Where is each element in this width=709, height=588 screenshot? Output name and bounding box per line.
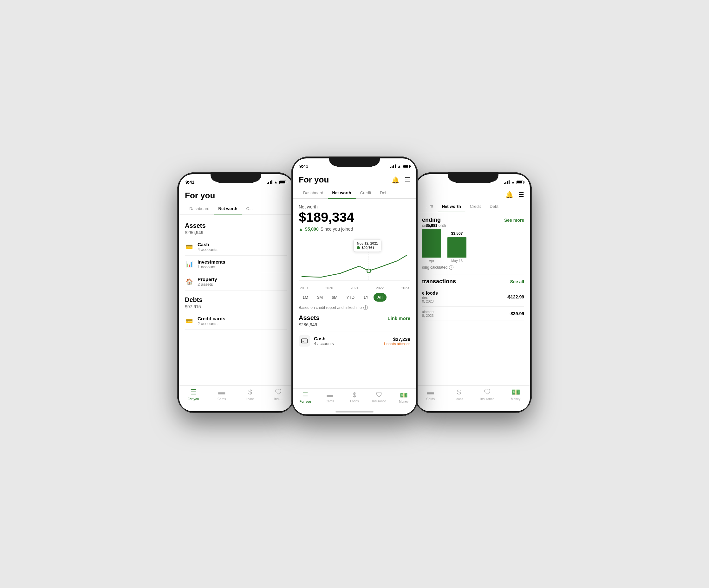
right-tab-networth[interactable]: Net worth bbox=[438, 201, 466, 212]
center-nav-money[interactable]: 💵 Money bbox=[391, 391, 416, 403]
center-assets-title: Assets bbox=[299, 314, 320, 321]
center-nav-foryou-label: For you bbox=[299, 400, 311, 403]
left-header: For you bbox=[179, 188, 293, 204]
center-bell-icon[interactable]: 🔔 bbox=[392, 176, 399, 184]
right-nav-loans-label: Loans bbox=[455, 397, 463, 401]
left-creditcard-item[interactable]: 💳 Credit cards 2 accounts bbox=[185, 312, 287, 330]
left-investments-info: Investments 1 account bbox=[198, 259, 226, 269]
left-nav-foryou-icon: ☰ bbox=[190, 388, 196, 396]
left-cash-item[interactable]: 💳 Cash 4 accounts bbox=[185, 238, 287, 256]
right-trans-item-1[interactable]: e foods ries0, 2023 -$122.99 bbox=[422, 287, 524, 307]
center-cash-info: Cash 4 accounts bbox=[314, 336, 380, 346]
center-nav-cards[interactable]: ▬ Cards bbox=[318, 391, 342, 403]
tr-1m[interactable]: 1M bbox=[299, 293, 312, 302]
center-app-title: For you bbox=[299, 175, 329, 185]
left-property-item[interactable]: 🏠 Property 2 assets bbox=[185, 273, 287, 290]
axis-2023: 2023 bbox=[401, 286, 409, 290]
center-nav-foryou[interactable]: ☰ For you bbox=[293, 391, 318, 403]
right-nav-loans-icon: $ bbox=[457, 388, 461, 396]
center-assets-link[interactable]: Link more bbox=[388, 315, 410, 321]
center-nav-loans[interactable]: $ Loans bbox=[342, 391, 367, 403]
right-bar-may-value: $3,507 bbox=[451, 231, 463, 236]
center-tabs[interactable]: Dashboard Net worth Credit Debt bbox=[293, 188, 416, 199]
right-tabs[interactable]: ...rd Net worth Credit Debt bbox=[416, 201, 530, 212]
center-cash-name: Cash bbox=[314, 336, 380, 341]
right-nav-insurance[interactable]: 🛡 Insurance bbox=[473, 388, 502, 401]
left-tabs[interactable]: Dashboard Net worth C... bbox=[179, 204, 293, 215]
right-bell-icon[interactable]: 🔔 bbox=[505, 191, 514, 198]
right-nav-cards-icon: ▬ bbox=[427, 388, 434, 396]
center-content: Net worth $189,334 ▲ $5,000 Since you jo… bbox=[293, 199, 416, 351]
tr-1y[interactable]: 1Y bbox=[360, 293, 372, 302]
center-tab-credit[interactable]: Credit bbox=[356, 188, 376, 198]
center-tab-networth[interactable]: Net worth bbox=[328, 188, 356, 198]
center-header-icons: 🔔 ☰ bbox=[392, 176, 410, 184]
right-trans-1-name: e foods bbox=[422, 290, 438, 296]
center-chart: Nov 12, 2021 $99,761 bbox=[299, 236, 410, 290]
left-cash-sub: 4 accounts bbox=[198, 247, 217, 252]
right-nav-insurance-icon: 🛡 bbox=[484, 388, 491, 396]
phone-back-left: 9:41 ▲ For you Dashboard Net worth C... bbox=[177, 172, 294, 413]
left-investments-sub: 1 account bbox=[198, 264, 226, 269]
center-tab-debt[interactable]: Debt bbox=[375, 188, 393, 198]
center-cash-item[interactable]: Cash 4 accounts $27,238 1 needs attentio… bbox=[299, 331, 410, 351]
center-status-icons: ▲ bbox=[390, 164, 410, 169]
center-nw-change-since: Since you joined bbox=[321, 226, 353, 231]
right-nav-cards[interactable]: ▬ Cards bbox=[416, 388, 445, 401]
axis-2020: 2020 bbox=[325, 286, 333, 290]
center-nw-value: $189,334 bbox=[299, 211, 410, 224]
right-tab-credit[interactable]: Credit bbox=[466, 201, 485, 212]
left-nav-cards[interactable]: ▬ Cards bbox=[208, 388, 236, 401]
right-trans-1-info: e foods ries0, 2023 bbox=[422, 290, 438, 303]
right-spending-link[interactable]: See more bbox=[504, 218, 524, 223]
tr-all[interactable]: All bbox=[373, 293, 387, 302]
right-divider bbox=[422, 274, 524, 274]
right-status-icons: ▲ bbox=[504, 180, 524, 185]
left-tab-c[interactable]: C... bbox=[242, 204, 257, 214]
credit-info-icon: i bbox=[363, 305, 368, 310]
center-nav-insurance[interactable]: 🛡 Insurance bbox=[367, 391, 392, 403]
left-tab-dashboard[interactable]: Dashboard bbox=[185, 204, 214, 214]
right-transactions: transactions See all e foods ries0, 2023… bbox=[422, 278, 524, 321]
left-nav-foryou-label: For you bbox=[187, 397, 199, 401]
center-cash-icon bbox=[299, 335, 310, 346]
credit-info-text: Based on credit report and linked info bbox=[299, 305, 362, 310]
right-nav-money[interactable]: 💵 Money bbox=[502, 388, 530, 401]
center-nav-foryou-icon: ☰ bbox=[303, 391, 308, 399]
left-assets-total: $286,949 bbox=[185, 230, 287, 235]
left-nav-insu[interactable]: 🛡 Insu... bbox=[264, 388, 293, 401]
center-cash-right: $27,238 1 needs attention bbox=[384, 336, 410, 346]
right-tab-debt[interactable]: Debt bbox=[485, 201, 503, 212]
right-nav-loans[interactable]: $ Loans bbox=[445, 388, 473, 401]
left-nav-foryou[interactable]: ☰ For you bbox=[179, 388, 208, 401]
left-nav-loans-icon: $ bbox=[248, 388, 252, 396]
center-cash-amount: $27,238 bbox=[384, 336, 410, 342]
center-menu-icon[interactable]: ☰ bbox=[404, 176, 410, 184]
right-trans-item-2[interactable]: ainment8, 2023 -$39.99 bbox=[422, 307, 524, 321]
left-app-title: For you bbox=[185, 191, 215, 200]
right-nav-money-label: Money bbox=[511, 397, 520, 401]
center-notch bbox=[334, 159, 375, 167]
phone-front: 9:41 ▲ For you 🔔 ☰ Dashboard bbox=[291, 157, 418, 416]
wifi-icon: ▲ bbox=[274, 180, 278, 185]
tooltip-date: Nov 12, 2021 bbox=[357, 242, 378, 245]
tr-ytd[interactable]: YTD bbox=[342, 293, 358, 302]
tr-6m[interactable]: 6M bbox=[328, 293, 341, 302]
right-trans-link[interactable]: See all bbox=[510, 279, 524, 284]
center-nw-label: Net worth bbox=[299, 204, 410, 209]
right-menu-icon[interactable]: ☰ bbox=[519, 191, 524, 198]
left-investments-item[interactable]: 📊 Investments 1 account bbox=[185, 256, 287, 273]
right-tab-rd[interactable]: ...rd bbox=[422, 201, 438, 212]
chart-axis: 2019 2020 2021 2022 2023 bbox=[299, 286, 410, 290]
axis-2019: 2019 bbox=[300, 286, 308, 290]
center-bottom-nav: ☰ For you ▬ Cards $ Loans 🛡 Insurance 💵 bbox=[293, 388, 416, 414]
left-nav-loans[interactable]: $ Loans bbox=[236, 388, 264, 401]
center-screen: 9:41 ▲ For you 🔔 ☰ Dashboard bbox=[293, 159, 416, 414]
tr-3m[interactable]: 3M bbox=[313, 293, 326, 302]
left-tab-networth[interactable]: Net worth bbox=[214, 204, 242, 214]
time-range-selector[interactable]: 1M 3M 6M YTD 1Y All bbox=[299, 293, 410, 302]
center-nav-loans-label: Loans bbox=[350, 399, 359, 403]
right-notch bbox=[452, 174, 494, 183]
left-nav-cards-label: Cards bbox=[217, 397, 226, 401]
center-tab-dashboard[interactable]: Dashboard bbox=[299, 188, 328, 198]
